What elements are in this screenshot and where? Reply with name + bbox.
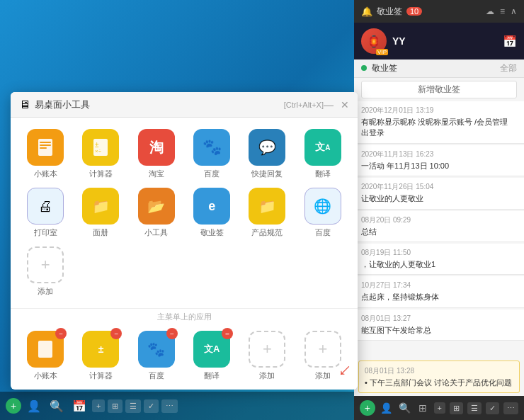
- bottom-app-add1[interactable]: + 添加: [244, 331, 290, 381]
- bottom-app-icon-add: +: [249, 331, 285, 368]
- app-grid-main: 小账本 ±×÷ 计算器 淘 淘宝 🐾 百度 💬 快捷回复 文A: [11, 118, 358, 308]
- right-panel: 🔔 敬业签 10 ☁ ≡ ∧ 🏮 VIP YY 📅 敬业签 全部: [354, 0, 524, 420]
- cloud-icon[interactable]: ☁: [486, 6, 494, 16]
- app-icon-add: +: [27, 246, 64, 283]
- note-content: 能互图下午发给常总: [361, 325, 517, 336]
- app-grid-bottom: − 小账本 ± − 计算器 🐾 − 百度 文A −: [11, 325, 358, 390]
- list-item[interactable]: 2020年12月01日 13:19 有昵称显示昵称 没昵称显示账号 /会员管理 …: [354, 101, 524, 144]
- app-item-spec[interactable]: 📁 产品规范: [244, 188, 290, 238]
- last-note-item[interactable]: 08月01日 13:28 • 下午三点部门会议 讨论关于产品优化问题: [358, 361, 520, 393]
- app-item-translate[interactable]: 文A 翻译: [300, 129, 346, 179]
- toolbar-list-btn[interactable]: ☰: [467, 402, 482, 414]
- taskbar-calendar-icon[interactable]: 📅: [69, 396, 89, 416]
- app-icon-xiaozhangben: [27, 129, 64, 166]
- window-title: 易桌面小工具: [35, 98, 280, 111]
- taskbar-person-icon[interactable]: 👤: [24, 396, 44, 416]
- tag-filter-row1: 敬业签 全部: [354, 59, 524, 78]
- app-item-quickreply[interactable]: 💬 快捷回复: [244, 129, 290, 179]
- app-label: 面册: [93, 227, 108, 238]
- app-item-calculator[interactable]: ±×÷ 计算器: [77, 129, 124, 179]
- svg-rect-1: [40, 142, 51, 143]
- app-label: 计算器: [89, 370, 113, 381]
- app-item-baidu2[interactable]: 🌐 百度: [300, 188, 346, 238]
- app-icon-quickreply: 💬: [249, 129, 285, 166]
- app-item-baidu[interactable]: 🐾 百度: [188, 129, 235, 179]
- app-icon-jingyeqian: e: [193, 188, 230, 225]
- app-item-album[interactable]: 📁 面册: [77, 188, 124, 238]
- status-dot: [361, 65, 367, 71]
- tag-label-text: 敬业签: [361, 62, 397, 74]
- add-note-button[interactable]: +: [360, 400, 375, 416]
- taskbar-tool-list[interactable]: ☰: [125, 399, 141, 413]
- app-item-tools[interactable]: 📂 小工具: [133, 188, 180, 238]
- app-item-xiaozhangben[interactable]: 小账本: [22, 129, 69, 179]
- note-date: 2020年11月13日 16:23: [361, 149, 517, 159]
- app-icon-calculator: ±×÷: [82, 129, 119, 166]
- bell-icon: 🔔: [361, 6, 372, 17]
- bottom-app-translate[interactable]: 文A − 翻译: [188, 331, 235, 381]
- bottom-app-calculator[interactable]: ± − 计算器: [77, 331, 124, 381]
- vip-badge: VIP: [376, 49, 388, 55]
- app-label: 计算器: [89, 169, 113, 179]
- note-date: 08月19日 11:50: [361, 248, 517, 258]
- desktop: 🔔 敬业签 10 ☁ ≡ ∧ 🏮 VIP YY 📅 敬业签 全部: [0, 0, 524, 420]
- note-content: 总结: [361, 227, 517, 237]
- remove-badge: −: [110, 328, 122, 339]
- expand-icon[interactable]: ∧: [511, 6, 517, 16]
- note-date: 2020年11月26日 15:04: [361, 182, 517, 192]
- toolbar-add-btn[interactable]: +: [434, 402, 445, 414]
- app-icon-spec: 📁: [249, 188, 285, 225]
- toolbar-more-btn[interactable]: ⋯: [503, 402, 518, 414]
- taskbar-tool-grid[interactable]: ⊞: [108, 399, 123, 413]
- app-label: 小工具: [144, 227, 168, 238]
- note-content: 一活动 年11月13日 10:00: [361, 161, 517, 171]
- app-label: 敬业签: [200, 227, 224, 238]
- taskbar-tool-check[interactable]: ✓: [144, 399, 159, 413]
- section-divider: 主菜单上的应用: [11, 308, 358, 325]
- app-item-taobao[interactable]: 淘 淘宝: [133, 129, 180, 179]
- new-tag-button[interactable]: 新增敬业签: [361, 81, 517, 98]
- remove-badge: −: [166, 328, 178, 339]
- tag-all-label[interactable]: 全部: [500, 62, 517, 74]
- app-label: 淘宝: [149, 169, 164, 179]
- window-shortcut: [Ctrl+Alt+X]: [284, 101, 324, 109]
- svg-rect-7: [38, 341, 52, 358]
- minimize-button[interactable]: —: [324, 99, 334, 110]
- menu-icon[interactable]: ≡: [500, 6, 505, 16]
- app-label: 百度: [204, 169, 220, 179]
- person-icon[interactable]: 👤: [380, 402, 394, 414]
- app-item-add[interactable]: + 添加: [22, 246, 69, 297]
- app-item-jingyeqian[interactable]: e 敬业签: [188, 188, 235, 238]
- note-content: 有昵称显示昵称 没昵称显示账号 /会员管理 出登录: [361, 117, 517, 139]
- notes-list: 2020年12月01日 13:19 有昵称显示昵称 没昵称显示账号 /会员管理 …: [354, 101, 524, 358]
- taskbar-add-button[interactable]: +: [6, 398, 21, 414]
- grid-icon[interactable]: ⊞: [416, 402, 430, 414]
- note-count-badge: 10: [406, 7, 422, 16]
- app-icon-album: 📁: [82, 188, 119, 225]
- list-item[interactable]: 08月19日 11:50 ，让敬业的人更敬业1: [354, 244, 524, 275]
- app-item-print[interactable]: 🖨 打印室: [22, 188, 69, 238]
- taskbar: + 👤 🔍 📅 + ⊞ ☰ ✓ ⋯: [0, 392, 354, 420]
- taskbar-search-icon[interactable]: 🔍: [47, 396, 67, 416]
- note-content: 点起床，坚持锻炼身体: [361, 292, 517, 302]
- app-icon-translate: 文A: [304, 129, 341, 166]
- list-item[interactable]: 10月27日 17:34 点起床，坚持锻炼身体: [354, 276, 524, 307]
- bottom-app-baidu[interactable]: 🐾 − 百度: [133, 331, 180, 381]
- calendar-icon[interactable]: 📅: [503, 35, 517, 48]
- taskbar-tool-more[interactable]: ⋯: [161, 399, 178, 413]
- list-item[interactable]: 08月01日 13:27 能互图下午发给常总: [354, 310, 524, 341]
- app-label: 小账本: [34, 370, 57, 381]
- list-item[interactable]: 08月20日 09:29 总结: [354, 211, 524, 242]
- toolbar-check-btn[interactable]: ✓: [486, 402, 499, 414]
- taskbar-tool-add[interactable]: +: [92, 399, 105, 412]
- list-item[interactable]: 2020年11月13日 16:23 一活动 年11月13日 10:00: [354, 145, 524, 176]
- note-date: 08月01日 13:28: [365, 365, 513, 376]
- note-content: 让敬业的人更敬业: [361, 193, 517, 204]
- search-icon[interactable]: 🔍: [397, 402, 411, 414]
- close-button[interactable]: ✕: [341, 99, 349, 110]
- bottom-app-xiaozhangben[interactable]: − 小账本: [22, 331, 69, 381]
- remove-badge: −: [222, 328, 233, 339]
- list-item[interactable]: 2020年11月26日 15:04 让敬业的人更敬业: [354, 178, 524, 209]
- toolbar-grid-btn[interactable]: ⊞: [450, 402, 463, 414]
- app-label: 添加: [38, 286, 53, 297]
